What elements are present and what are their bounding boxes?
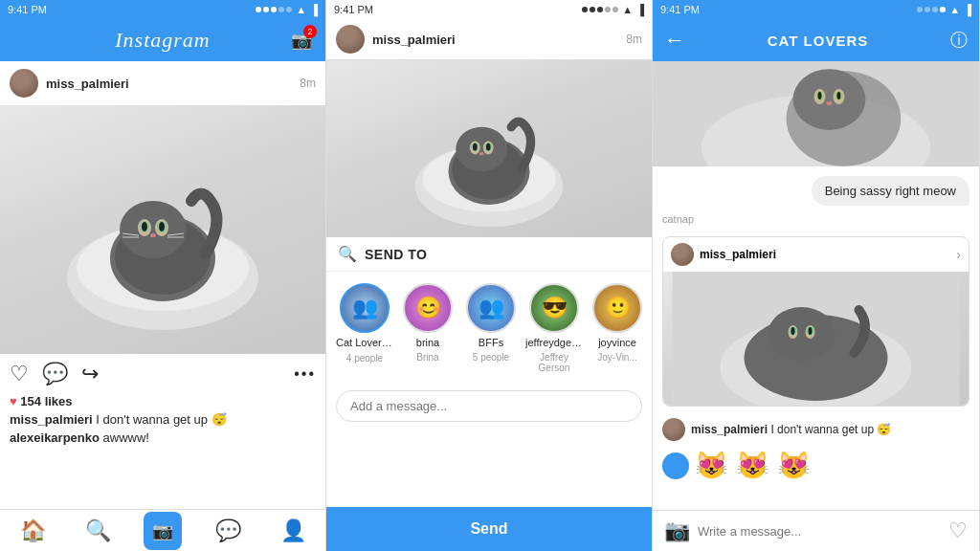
nav-search-button[interactable]: 🔍	[78, 512, 117, 550]
contact-sub-joyvince: Joy-Vin...	[597, 352, 637, 363]
avatar[interactable]	[10, 69, 38, 98]
panel-chat: 9:41 PM ▲ ▐ ← CAT LOVERS ⓘ	[653, 0, 980, 551]
status-bar-1: 9:41 PM ▲ ▐	[0, 0, 325, 19]
nav-camera-button[interactable]: 📷	[144, 512, 182, 550]
chat-input-bar: 📷 ♡	[653, 510, 979, 551]
shared-post-username: miss_palmieri	[700, 248, 776, 261]
status-bar-3: 9:41 PM ▲ ▐	[653, 0, 979, 19]
contact-cat-lovers[interactable]: 👥 Cat Lovers 🐱 4 people	[336, 283, 393, 373]
contact-joyvince[interactable]: 🙂 joyvince Joy-Vin...	[589, 283, 646, 373]
svg-point-26	[486, 143, 491, 150]
emoji-sender-avatar	[662, 452, 689, 479]
message-input[interactable]	[350, 399, 628, 413]
share-time: 8m	[626, 33, 642, 46]
svg-point-11	[150, 233, 156, 237]
chat-top-image	[653, 61, 979, 166]
post-username[interactable]: miss_palmieri	[46, 77, 129, 91]
svg-point-25	[473, 143, 478, 150]
cat-illustration-2	[408, 68, 570, 231]
wifi-icon-2: ▲	[622, 4, 633, 15]
back-button[interactable]: ←	[664, 28, 685, 53]
contact-avatar-brina: 😊	[403, 283, 453, 333]
contact-avatar-jeffrey: 😎	[529, 283, 579, 333]
contact-sub-cat-lovers: 4 people	[346, 353, 383, 364]
direct-messages-icon[interactable]: 📷 2	[291, 30, 312, 51]
battery-icon: ▐	[310, 4, 318, 15]
chevron-right-icon: ›	[956, 247, 961, 262]
likes-count: ♥ 154 likes	[10, 394, 316, 408]
reaction-emojis: 😻 😻 😻	[695, 452, 811, 479]
battery-icon-2: ▐	[636, 4, 644, 15]
share-button[interactable]: ↪	[81, 362, 99, 386]
share-avatar[interactable]	[336, 25, 365, 54]
status-time-2: 9:41 PM	[334, 4, 373, 15]
commenter-username[interactable]: alexeikarpenko	[10, 430, 100, 445]
nav-activity-button[interactable]: 💬	[209, 512, 247, 550]
panel-send-to: 9:41 PM ▲ ▐ miss_palmieri 8m	[326, 0, 653, 551]
contact-name-cat-lovers: Cat Lovers 🐱	[336, 337, 393, 349]
info-icon[interactable]: ⓘ	[950, 29, 968, 52]
contact-avatar-cat-lovers: 👥	[340, 283, 390, 333]
contact-name-brina: brina	[416, 337, 439, 348]
shared-post-card[interactable]: miss_palmieri ›	[662, 236, 969, 407]
send-button[interactable]: Send	[470, 520, 507, 538]
chat-body: Being sassy right meow catnap miss_palmi…	[653, 166, 979, 510]
cat-photo-1	[0, 105, 325, 354]
status-time-3: 9:41 PM	[660, 4, 700, 15]
bottom-navigation: 🏠 🔍 📷 💬 👤	[0, 509, 325, 551]
svg-point-47	[791, 327, 795, 335]
contact-jeffrey[interactable]: 😎 jeffreydgerson Jeffrey Gerson	[525, 283, 583, 373]
shared-post-header: miss_palmieri ›	[663, 237, 969, 272]
commenter-avatar	[662, 418, 685, 441]
svg-point-10	[159, 222, 165, 231]
share-username[interactable]: miss_palmieri	[372, 33, 456, 47]
contact-bffs[interactable]: 👥 BFFs 5 people	[462, 283, 520, 373]
chat-bubble-sassy: Being sassy right meow	[812, 176, 969, 206]
comment-line: alexeikarpenko awwww!	[10, 430, 316, 445]
wifi-icon: ▲	[296, 4, 306, 15]
svg-point-20	[456, 126, 507, 170]
send-to-bar: 🔍 SEND TO	[326, 237, 652, 272]
nav-home-button[interactable]: 🏠	[13, 512, 52, 550]
cat-illustration-1	[57, 124, 268, 335]
contact-name-bffs: BFFs	[479, 337, 503, 348]
contact-avatar-joyvince: 🙂	[592, 283, 642, 333]
chat-heart-icon[interactable]: ♡	[948, 518, 968, 543]
contact-brina[interactable]: 😊 brina Brina	[399, 283, 457, 373]
contact-avatar-bffs: 👥	[466, 283, 516, 333]
contact-name-joyvince: joyvince	[598, 337, 636, 348]
svg-point-9	[142, 222, 147, 231]
notification-badge: 2	[303, 25, 317, 38]
svg-point-48	[809, 327, 813, 335]
more-button[interactable]: •••	[294, 365, 316, 383]
comment-text: awwww!	[103, 430, 149, 445]
share-preview-image	[326, 60, 652, 237]
post-info: ♥ 154 likes miss_palmieri I don't wanna …	[0, 394, 325, 451]
post-caption: miss_palmieri I don't wanna get up 😴	[10, 411, 316, 429]
post-time: 8m	[300, 77, 316, 90]
chat-message-input[interactable]	[698, 524, 941, 539]
chat-camera-icon[interactable]: 📷	[664, 518, 690, 543]
contact-sub-bffs: 5 people	[473, 352, 509, 363]
nav-profile-button[interactable]: 👤	[274, 512, 312, 550]
like-button[interactable]: ♡	[10, 362, 29, 386]
cat-illustration-3	[653, 61, 979, 166]
cat-illustration-4	[663, 272, 969, 406]
shared-post-image	[663, 272, 969, 406]
heart-icon: ♥	[10, 394, 17, 408]
post-header: miss_palmieri 8m	[0, 61, 325, 105]
user-comment-row: miss_palmieri I don't wanna get up 😴	[662, 418, 969, 441]
send-to-label: SEND TO	[365, 247, 427, 262]
svg-point-27	[479, 152, 484, 155]
svg-point-38	[826, 101, 832, 105]
send-button-bar[interactable]: Send	[326, 507, 652, 551]
message-input-bar[interactable]	[336, 390, 642, 422]
caption-username[interactable]: miss_palmieri	[10, 412, 93, 427]
status-icons-1: ▲ ▐	[256, 4, 318, 15]
search-icon[interactable]: 🔍	[338, 245, 357, 263]
comment-button[interactable]: 💬	[42, 362, 68, 386]
svg-point-31	[793, 69, 866, 130]
post-actions: ♡ 💬 ↪ •••	[0, 354, 325, 394]
svg-point-36	[817, 92, 821, 99]
wifi-icon-3: ▲	[949, 4, 960, 15]
